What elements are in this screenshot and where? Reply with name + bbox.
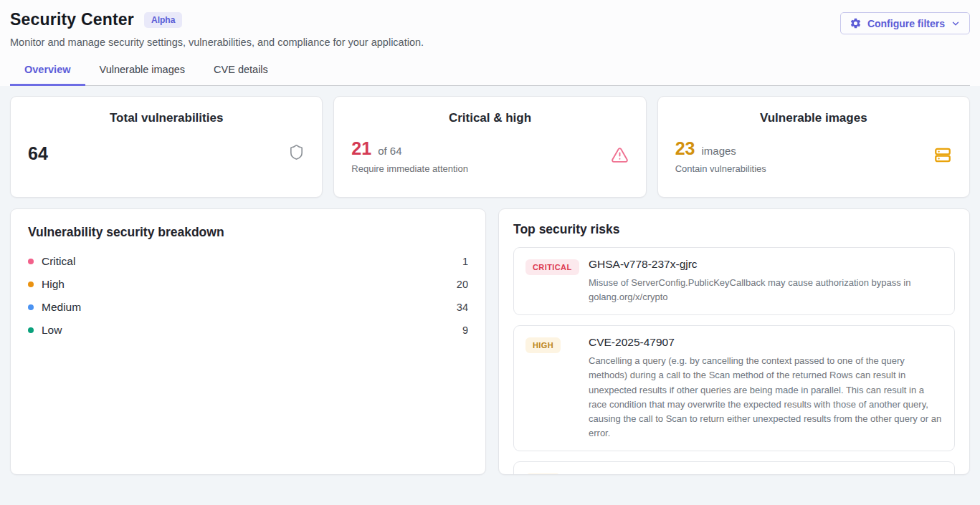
stats-row: Total vulnerabilities 64 bbox=[10, 96, 970, 198]
shield-icon bbox=[288, 144, 305, 163]
breakdown-value: 20 bbox=[457, 279, 468, 290]
risk-description: Misuse of ServerConfig.PublicKeyCallback… bbox=[589, 276, 943, 304]
critical-dot-icon bbox=[28, 259, 34, 264]
critical-high-value: 21 bbox=[351, 138, 371, 159]
risk-id: CVE-2025-47907 bbox=[589, 336, 943, 349]
breakdown-row-low: Low 9 bbox=[28, 319, 468, 342]
risks-title: Top security risks bbox=[513, 222, 955, 237]
breakdown-row-high: High 20 bbox=[28, 273, 468, 296]
configure-filters-label: Configure filters bbox=[867, 18, 945, 29]
severity-badge: HIGH bbox=[525, 337, 561, 353]
critical-high-suffix: of 64 bbox=[378, 145, 401, 157]
breakdown-label: Medium bbox=[42, 301, 81, 314]
alpha-badge: Alpha bbox=[144, 12, 182, 28]
risk-id: GHSA-v778-237x-gjrc bbox=[589, 258, 943, 271]
breakdown-value: 34 bbox=[457, 302, 468, 313]
low-dot-icon bbox=[28, 327, 34, 333]
tab-overview[interactable]: Overview bbox=[10, 64, 85, 86]
total-vulnerabilities-value: 64 bbox=[28, 143, 48, 164]
breakdown-row-critical: Critical 1 bbox=[28, 250, 468, 273]
breakdown-value: 1 bbox=[462, 256, 468, 267]
breakdown-label: Low bbox=[42, 324, 62, 337]
risk-item-cve-2025-9086[interactable]: HIGH CVE-2025-9086 bbox=[513, 461, 955, 475]
severity-badge: HIGH bbox=[525, 473, 561, 475]
risk-description: Cancelling a query (e.g. by cancelling t… bbox=[589, 354, 943, 441]
stat-card-title: Vulnerable images bbox=[675, 111, 952, 125]
vulnerable-images-subtext: Contain vulnerabilities bbox=[675, 163, 766, 174]
security-center-page: Security Center Alpha Configure filters … bbox=[0, 0, 980, 485]
breakdown-list: Critical 1 High 20 Medium 34 bbox=[28, 250, 468, 342]
warning-triangle-icon bbox=[611, 146, 629, 167]
high-dot-icon bbox=[28, 282, 34, 287]
vulnerability-breakdown-panel: Vulnerability security breakdown Critica… bbox=[10, 208, 486, 475]
critical-high-card: Critical & high 21 of 64 Require immedia… bbox=[333, 96, 646, 198]
bottom-row: Vulnerability security breakdown Critica… bbox=[10, 208, 970, 475]
breakdown-title: Vulnerability security breakdown bbox=[28, 225, 468, 240]
vulnerable-images-card: Vulnerable images 23 images Contain vuln… bbox=[657, 96, 970, 198]
breakdown-label: Critical bbox=[42, 255, 75, 268]
main-content: Total vulnerabilities 64 bbox=[0, 86, 980, 485]
configure-filters-button[interactable]: Configure filters bbox=[840, 12, 970, 34]
vulnerable-images-value: 23 bbox=[675, 138, 695, 159]
severity-badge: CRITICAL bbox=[525, 259, 579, 275]
chevron-down-icon bbox=[951, 19, 961, 29]
page-header: Security Center Alpha Configure filters … bbox=[0, 0, 980, 86]
vulnerable-images-suffix: images bbox=[701, 145, 736, 157]
medium-dot-icon bbox=[28, 304, 34, 310]
stat-card-title: Total vulnerabilities bbox=[28, 111, 305, 125]
page-title: Security Center bbox=[10, 10, 134, 29]
gear-icon bbox=[850, 17, 862, 29]
critical-high-subtext: Require immediate attention bbox=[351, 163, 468, 174]
stat-card-title: Critical & high bbox=[351, 111, 628, 125]
risk-item-cve-2025-47907[interactable]: HIGH CVE-2025-47907 Cancelling a query (… bbox=[513, 325, 955, 451]
tab-cve-details[interactable]: CVE details bbox=[199, 64, 282, 86]
top-security-risks-panel: Top security risks CRITICAL GHSA-v778-23… bbox=[498, 208, 970, 475]
total-vulnerabilities-card: Total vulnerabilities 64 bbox=[10, 96, 323, 198]
breakdown-value: 9 bbox=[462, 324, 468, 336]
tab-vulnerable-images[interactable]: Vulnerable images bbox=[85, 64, 200, 86]
tab-bar: Overview Vulnerable images CVE details bbox=[10, 64, 970, 86]
server-icon bbox=[933, 145, 952, 167]
risk-id: CVE-2025-9086 bbox=[589, 472, 943, 475]
risk-item-ghsa-v778-237x-gjrc[interactable]: CRITICAL GHSA-v778-237x-gjrc Misuse of S… bbox=[513, 247, 955, 315]
breakdown-label: High bbox=[42, 278, 65, 291]
page-subtitle: Monitor and manage security settings, vu… bbox=[10, 37, 970, 48]
breakdown-row-medium: Medium 34 bbox=[28, 296, 468, 319]
